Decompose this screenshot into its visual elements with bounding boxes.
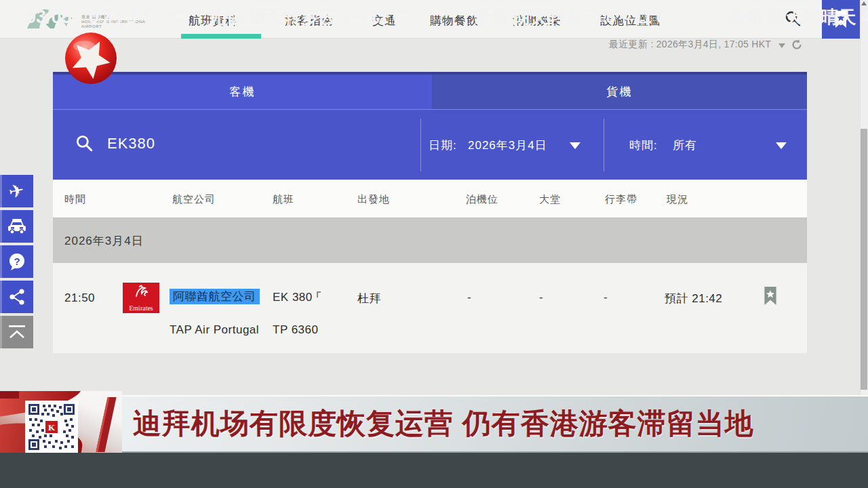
search-input-icon [75,134,94,155]
question-bubble-icon: ? [7,252,26,271]
cell-status: 預計 21:42 [665,291,722,306]
qr-code: K [25,401,78,453]
sidebar-transport-button[interactable] [0,210,33,243]
emirates-calligraphy-icon [123,283,159,303]
time-filter-label: 時間: [629,138,658,153]
broadcast-clock: 07:34 [86,0,154,35]
chevron-down-icon [778,43,785,48]
cell-origin: 杜拜 [357,291,381,306]
time-filter-value[interactable]: 所有 [673,138,697,153]
table-row[interactable] [53,263,807,353]
emirates-logo-text: Emirates [123,304,159,312]
ticker-corner-accent [0,391,19,399]
time-chevron-down-icon[interactable] [776,142,787,149]
bottom-info-bar [0,453,868,488]
col-header-origin: 出發地 [357,180,390,218]
broadcast-date: 03/05 [26,0,72,35]
col-header-hall: 大堂 [539,180,561,218]
tv-screen: 香港 國際機場 HONG KONG INTERNATIONAL AIRPORT … [0,0,868,488]
weather-item-yangzhou: 扬州 阴天转晴天 4～ [728,0,868,35]
emirates-airline-logo: Emirates [123,283,159,313]
weather-item-changzhou: 常州 阴天转多云 5～11℃ [473,0,668,35]
sidebar-share-button[interactable] [0,281,33,313]
cell-hall: - [539,291,543,304]
nav-item-shop-dine[interactable]: 購物餐飲 [430,13,479,28]
col-header-time: 時間 [64,180,86,218]
tv-station-logo [64,31,118,85]
col-header-airline: 航空公司 [172,180,216,218]
col-header-baggage-belt: 行李帶 [605,180,637,218]
airplane-icon: ✈ [7,179,26,203]
row-bookmark-button[interactable] [764,287,777,308]
date-group-label: 2026年3月4日 [64,218,144,264]
flight-search-input[interactable]: EK380 [107,135,155,152]
sidebar-flights-button[interactable]: ✈ [0,175,33,207]
svg-text:?: ? [14,256,20,267]
scrollbar-thumb[interactable] [861,129,867,390]
weather-item-wuxi: 无锡 阴天转多云 4～12℃ [208,0,405,35]
filter-divider [420,119,421,171]
cell-airline-name: 阿聯酋航空公司 [170,289,260,304]
date-group-row: 2026年3月4日 [53,218,807,263]
refresh-icon[interactable] [791,39,803,54]
codeshare-mark-icon [317,291,321,298]
filter-divider-2 [604,119,604,171]
date-filter-label: 日期: [429,138,457,153]
cell-parking-bay: - [467,291,471,304]
date-chevron-down-icon[interactable] [570,142,580,149]
sidebar-help-button[interactable]: ? [0,245,33,278]
date-filter-value[interactable]: 2026年3月4日 [468,138,547,153]
cell-baggage-belt: - [604,291,608,304]
cell-codeshare-flight: TP 6360 [273,323,318,337]
bookmark-icon [764,287,777,306]
chevron-up-icon [7,325,26,340]
back-to-top-button[interactable] [0,316,33,348]
col-header-flight: 航班 [273,180,294,218]
news-headline: 迪拜机场有限度恢复运营 仍有香港游客滞留当地 [133,395,754,453]
cell-time: 21:50 [64,291,95,305]
col-header-parking-bay: 泊機位 [466,180,498,218]
svg-text:K: K [48,422,56,432]
selected-airline-text[interactable]: 阿聯酋航空公司 [170,289,260,304]
last-updated-text: 最近更新 : 2026年3月4日, 17:05 HKT [609,39,771,51]
share-icon [8,288,26,306]
taxi-icon [7,218,27,235]
scrollbar[interactable] [860,0,868,395]
cell-flight-number[interactable]: EK 380 [273,291,321,304]
col-header-status: 現況 [667,180,688,218]
tab-cargo-flights[interactable]: 貨機 [432,75,807,109]
temperature-unit: /℃ [163,0,184,35]
cell-codeshare-airline: TAP Air Portugal [170,323,259,337]
